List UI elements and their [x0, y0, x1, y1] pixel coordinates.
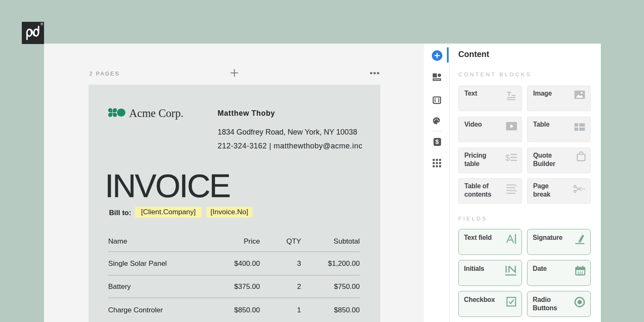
- svg-text:$: $: [505, 153, 510, 162]
- svg-text:®: ®: [41, 22, 44, 26]
